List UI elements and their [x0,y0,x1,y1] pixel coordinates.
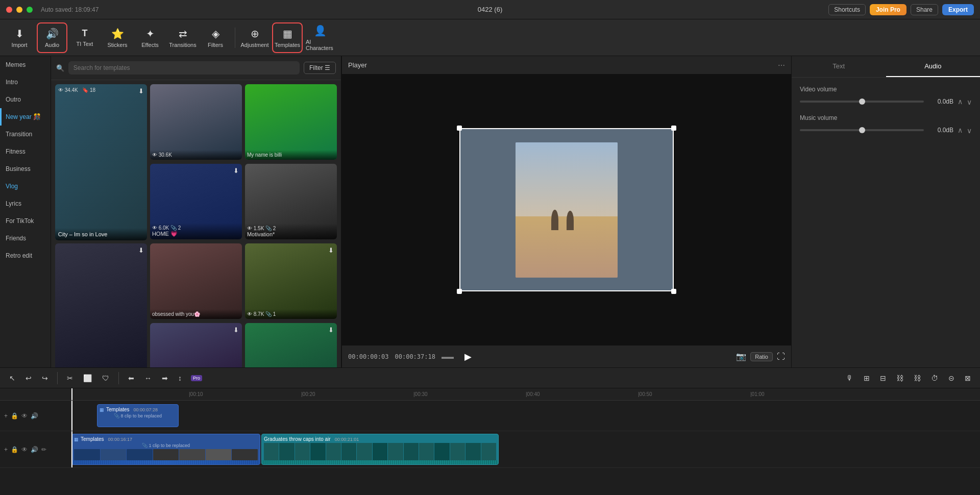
template-thumb-9[interactable]: ⬇ just wanna leave 👁 9 📎 4 [150,323,242,367]
toolbar-audio[interactable]: 🔊 Audio [37,22,67,53]
toolbar-filters[interactable]: ◈ Filters [200,22,231,53]
left-panel: Memes Intro Outro New year 🎊 Transition … [0,56,342,367]
clip-video-main[interactable]: Graduates throw caps into air 00:00:21:0… [261,434,499,464]
fullscreen-button[interactable]: ⛶ [777,352,785,361]
track-2-eye-icon[interactable]: 👁 [21,446,28,453]
video-volume-stepper-up[interactable]: ∧ [958,97,963,106]
handle-br[interactable] [671,289,676,294]
toolbar-transitions[interactable]: ⇄ Transitions [167,22,198,53]
template-thumb-3[interactable]: My name is billi [245,84,337,160]
video-volume-slider[interactable] [800,101,924,103]
timeline-fit[interactable]: ⊠ [962,372,974,384]
handle-tr[interactable] [671,126,676,131]
filter-button[interactable]: Filter ☰ [304,62,336,74]
crop-tool[interactable]: ⬜ [80,372,95,384]
timeline-zoom-in[interactable]: ⊞ [861,372,873,384]
clip-1-icon: ▦ [100,407,104,412]
tab-audio[interactable]: Audio [886,56,981,77]
search-input[interactable] [68,61,300,75]
shortcuts-button[interactable]: Shortcuts [828,4,866,15]
template-thumb-1[interactable]: 👁 34.4K 🔖 18 ⬇ City – Im so in Love [55,84,147,240]
sidebar-item-lyrics[interactable]: Lyrics [0,195,51,212]
sidebar-item-memes[interactable]: Memes [0,56,51,73]
toolbar-import[interactable]: ⬇ Import [4,22,35,53]
sidebar-item-intro[interactable]: Intro [0,73,51,91]
timeline-chain[interactable]: ⛓ [911,372,924,384]
toolbar-ai-characters[interactable]: 👤 AI Characters [305,22,335,53]
template-thumb-5[interactable]: 👁 1.5K 📎 2 Motivation* [245,164,337,239]
toolbar-stickers[interactable]: ⭐ Stickers [102,22,133,53]
align-center[interactable]: ↔ [141,372,155,384]
music-volume-stepper-up[interactable]: ∧ [958,126,963,134]
timeline-clock[interactable]: ⏱ [928,372,941,384]
video-volume-stepper-down[interactable]: ∨ [967,98,972,106]
track-2-add-icon[interactable]: + [4,446,8,453]
track-2-edit-icon[interactable]: ✏ [41,446,46,453]
template-9-download[interactable]: ⬇ [233,326,239,334]
player-canvas[interactable] [459,128,674,291]
template-4-download[interactable]: ⬇ [233,167,239,175]
sidebar-item-for-tiktok[interactable]: For TikTok [0,212,51,230]
track-2-audio-icon[interactable]: 🔊 [31,446,38,453]
template-thumb-7[interactable]: obsessed with you🌸 [150,243,242,319]
undo-tool[interactable]: ↩ [22,372,35,384]
wrap-tool[interactable]: ↕ [175,372,185,384]
shield-tool[interactable]: 🛡 [99,372,112,384]
traffic-light-green[interactable] [27,7,33,13]
align-left[interactable]: ⬅ [125,372,137,384]
join-pro-button[interactable]: Join Pro [870,4,906,15]
timeline-link[interactable]: ⛓ [893,372,906,384]
sidebar-item-new-year[interactable]: New year 🎊 [0,108,51,126]
sidebar-item-vlog[interactable]: Vlog [0,178,51,195]
timeline-split-v[interactable]: ⊟ [877,372,889,384]
clip-1-duration: 00:00:07:28 [134,407,158,412]
clip-templates-2[interactable]: ▦ Templates 00:00:16:17 📎 1 clip to be r… [71,434,260,464]
track-1-lock-icon[interactable]: 🔒 [11,412,18,419]
template-10-download[interactable]: ⬇ [328,326,334,334]
track-1: + 🔒 👁 🔊 ▦ Templates 00:00:07:28 [0,401,980,431]
toolbar-adjustment[interactable]: ⊕ Adjustment [239,22,270,53]
share-button[interactable]: Share [911,4,938,15]
tab-text[interactable]: Text [792,56,886,77]
player-options-icon[interactable]: ⋯ [778,61,785,69]
template-thumb-8[interactable]: ⬇ 👁 8.7K 📎 1 [245,243,337,319]
track-1-add-icon[interactable]: + [4,412,8,419]
template-thumb-2[interactable]: 👁 30.6K [150,84,242,160]
track-1-audio-icon[interactable]: 🔊 [31,412,38,419]
screenshot-icon[interactable]: 📷 [736,352,746,361]
traffic-light-yellow[interactable] [16,7,22,13]
toolbar-templates[interactable]: ▦ Templates [272,22,303,53]
align-right[interactable]: ➡ [159,372,171,384]
template-8-download[interactable]: ⬇ [328,246,334,254]
main-area: Memes Intro Outro New year 🎊 Transition … [0,56,980,367]
export-button[interactable]: Export [942,4,974,15]
sidebar-item-retro-edit[interactable]: Retro edit [0,247,51,264]
handle-bl[interactable] [457,289,462,294]
timeline-minus[interactable]: ⊝ [945,372,958,384]
sidebar-item-outro[interactable]: Outro [0,91,51,108]
music-volume-slider[interactable] [800,129,924,131]
redo-tool[interactable]: ↪ [39,372,51,384]
template-6-download[interactable]: ⬇ [138,246,144,254]
template-thumb-10[interactable]: ⬇ 👁 36.9K 📎 5 My fav [245,323,337,367]
handle-tl[interactable] [457,126,462,131]
sidebar-item-transition[interactable]: Transition [0,126,51,143]
ratio-button[interactable]: Ratio [750,352,773,361]
template-thumb-4[interactable]: ⬇ 👁 6.0K 📎 2 HOME 💗 [150,164,242,239]
traffic-light-red[interactable] [6,7,12,13]
track-1-eye-icon[interactable]: 👁 [21,412,28,419]
track-2-lock-icon[interactable]: 🔒 [11,446,18,453]
split-tool[interactable]: ✂ [64,372,76,384]
sidebar-item-friends[interactable]: Friends [0,230,51,247]
template-thumb-6[interactable]: ⬇ 👁 2.1K 📎 4 [55,243,147,367]
sidebar-item-fitness[interactable]: Fitness [0,143,51,160]
clip-templates-1[interactable]: ▦ Templates 00:00:07:28 📎 8 clip to be r… [97,404,179,427]
toolbar-text[interactable]: T TI Text [69,22,100,53]
toolbar-effects[interactable]: ✦ Effects [135,22,165,53]
sidebar-item-business[interactable]: Business [0,160,51,178]
music-volume-stepper-down[interactable]: ∨ [967,127,972,135]
microphone-icon[interactable]: 🎙 [843,372,856,384]
template-1-download[interactable]: ⬇ [138,87,144,95]
play-button[interactable]: ▶ [460,349,476,365]
cursor-tool[interactable]: ↖ [6,372,18,384]
